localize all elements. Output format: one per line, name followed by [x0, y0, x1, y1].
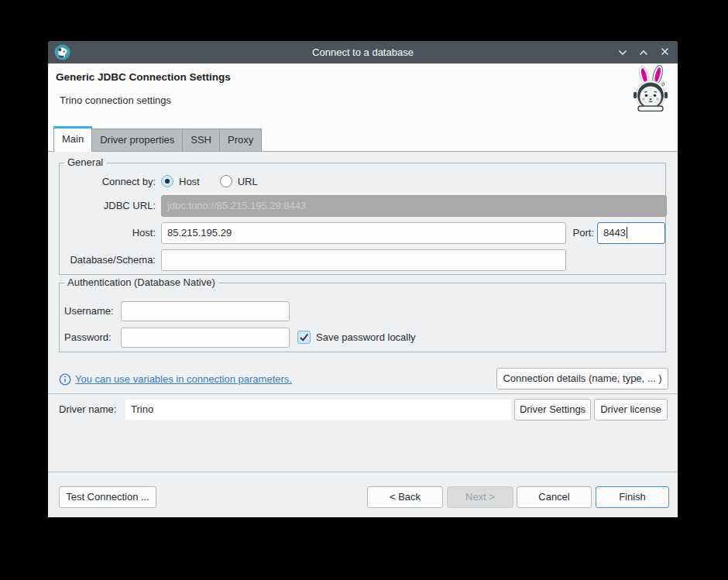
cancel-button[interactable]: Cancel — [517, 486, 592, 508]
radio-url-label: URL — [238, 176, 258, 187]
finish-button[interactable]: Finish — [596, 486, 669, 508]
separator — [48, 393, 678, 394]
general-group: General Connect by: Host URL JDBC URL: j… — [59, 163, 666, 275]
general-group-legend: General — [64, 156, 106, 168]
back-button[interactable]: < Back — [367, 486, 443, 508]
next-button: Next > — [447, 486, 513, 508]
jdbc-url-field: jdbc:trino://85.215.195.29:8443 — [161, 195, 667, 217]
port-input[interactable]: 8443 — [597, 222, 665, 244]
variables-hint-link[interactable]: You can use variables in connection para… — [75, 373, 292, 385]
tab-ssh[interactable]: SSH — [182, 129, 220, 151]
minimize-button[interactable] — [617, 47, 628, 58]
radio-host[interactable] — [161, 175, 173, 187]
test-connection-button[interactable]: Test Connection ... — [59, 486, 156, 508]
page-subtitle: Trino connection settings — [60, 94, 171, 106]
info-circle-icon — [59, 373, 71, 388]
chevron-down-icon — [618, 46, 627, 58]
database-schema-label: Database/Schema: — [60, 249, 156, 271]
tab-driver-properties[interactable]: Driver properties — [91, 129, 183, 151]
tab-main[interactable]: Main — [53, 126, 92, 152]
password-input[interactable] — [121, 328, 290, 348]
tab-bar: Main Driver properties SSH Proxy — [54, 126, 262, 152]
page-title: Generic JDBC Connection Settings — [56, 71, 231, 83]
separator — [48, 472, 678, 472]
connect-dialog: Connect to a database Generic JDBC Conne… — [48, 41, 678, 517]
dialog-header: Generic JDBC Connection Settings Trino c… — [48, 63, 678, 152]
authentication-group: Authentication (Database Native) Usernam… — [59, 283, 666, 352]
window-controls — [617, 41, 670, 63]
driver-license-button[interactable]: Driver license — [594, 399, 668, 420]
chevron-up-icon — [639, 46, 648, 58]
connect-by-label: Connect by: — [60, 174, 156, 190]
title-bar[interactable]: Connect to a database — [48, 41, 678, 63]
password-label: Password: — [64, 328, 112, 348]
host-input[interactable]: 85.215.195.29 — [161, 222, 566, 244]
close-button[interactable] — [659, 47, 670, 58]
username-label: Username: — [64, 301, 114, 321]
tab-proxy[interactable]: Proxy — [219, 129, 262, 151]
connection-details-button[interactable]: Connection details (name, type, ... ) — [496, 368, 668, 390]
window-title: Connect to a database — [48, 41, 678, 63]
save-password-checkbox[interactable] — [297, 331, 311, 344]
close-icon — [661, 46, 669, 58]
radio-host-label: Host — [179, 176, 200, 187]
connect-by-radio-group: Host URL — [161, 175, 258, 187]
database-schema-input[interactable] — [161, 249, 566, 271]
radio-url[interactable] — [220, 175, 232, 187]
maximize-button[interactable] — [638, 47, 649, 58]
host-label: Host: — [60, 222, 156, 244]
port-label: Port: — [543, 222, 594, 244]
username-input[interactable] — [121, 301, 290, 321]
text-cursor — [627, 227, 627, 239]
driver-name-value: Trino — [125, 400, 511, 420]
trino-bunny-icon — [629, 65, 672, 117]
check-icon — [298, 331, 310, 343]
jdbc-url-label: JDBC URL: — [60, 195, 156, 217]
authentication-group-legend: Authentication (Database Native) — [64, 276, 218, 288]
driver-name-label: Driver name: — [59, 399, 116, 420]
driver-settings-button[interactable]: Driver Settings — [514, 399, 591, 420]
save-password-label: Save password locally — [316, 328, 416, 348]
